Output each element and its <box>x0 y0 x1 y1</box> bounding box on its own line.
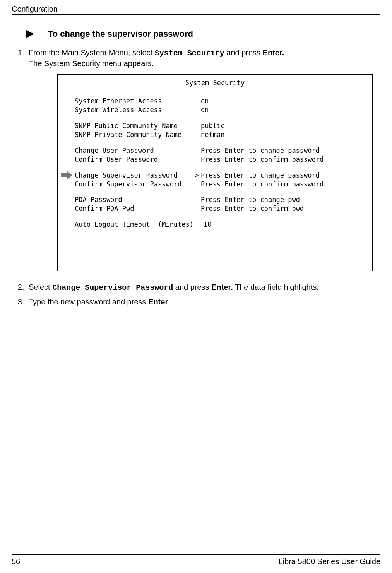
terminal-arrow <box>191 97 201 106</box>
terminal-value: Press Enter to confirm pwd <box>201 204 366 213</box>
terminal-row: System Wireless Accesson <box>75 106 366 115</box>
step-2-ui: Enter. <box>211 283 233 291</box>
terminal-value: Press Enter to change password <box>201 146 366 155</box>
terminal-value: netman <box>201 130 366 139</box>
steps-list: From the Main System Menu, select System… <box>15 48 380 307</box>
terminal-arrow <box>191 106 201 115</box>
terminal-arrow <box>191 204 201 213</box>
step-3-text-a: Type the new password and press <box>29 298 148 306</box>
terminal-label: Change User Password <box>75 146 191 155</box>
terminal-row: Confirm PDA PwdPress Enter to confirm pw… <box>75 204 366 213</box>
step-3: Type the new password and press Enter. <box>26 297 380 307</box>
terminal-row: Confirm User PasswordPress Enter to conf… <box>75 155 366 164</box>
terminal-value: 10 <box>204 220 366 229</box>
terminal-row: System Ethernet Accesson <box>75 97 366 106</box>
terminal-value: on <box>201 97 366 106</box>
terminal-row: Change Supervisor Password->Press Enter … <box>75 171 366 180</box>
terminal-block-0: System Ethernet Accesson System Wireless… <box>75 97 366 115</box>
terminal-arrow <box>193 220 204 229</box>
task-heading-row: To change the supervisor password <box>26 29 380 39</box>
terminal-label: SNMP Public Community Name <box>75 121 191 130</box>
step-1-text-c: The System Security menu appears. <box>29 59 154 68</box>
terminal-value: on <box>201 106 366 115</box>
step-2-text-a: Select <box>29 283 52 291</box>
step-2-code: Change Supervisor Password <box>52 283 173 292</box>
terminal-value: Press Enter to change pwd <box>201 195 366 204</box>
step-1-code: System Security <box>155 49 224 58</box>
terminal-label: SNMP Private Community Name <box>75 130 191 139</box>
terminal-label: System Wireless Access <box>75 106 191 115</box>
terminal-arrow: -> <box>191 171 201 180</box>
terminal-arrow <box>191 130 201 139</box>
terminal-label: Confirm PDA Pwd <box>75 204 191 213</box>
terminal-row: Confirm Supervisor PasswordPress Enter t… <box>75 180 366 189</box>
step-3-text-b: . <box>168 298 170 306</box>
terminal-label: Auto Logout Timeout (Minutes) <box>75 220 193 229</box>
terminal-arrow <box>191 180 201 189</box>
footer-rule <box>12 554 380 555</box>
running-header: Configuration <box>12 5 380 14</box>
terminal-row: SNMP Private Community Namenetman <box>75 130 366 139</box>
terminal-arrow <box>191 121 201 130</box>
terminal-row: Change User PasswordPress Enter to chang… <box>75 146 366 155</box>
pointer-arrow-icon <box>61 171 72 180</box>
header-rule <box>12 14 380 15</box>
task-title: To change the supervisor password <box>48 29 193 39</box>
page-number: 56 <box>12 557 20 566</box>
terminal-label: Change Supervisor Password <box>75 171 191 180</box>
terminal-arrow <box>191 146 201 155</box>
step-2-text-b: and press <box>173 283 211 291</box>
step-1-text-a: From the Main System Menu, select <box>29 48 155 57</box>
terminal-row: SNMP Public Community Namepublic <box>75 121 366 130</box>
terminal-label: System Ethernet Access <box>75 97 191 106</box>
terminal-block-2: Change User PasswordPress Enter to chang… <box>75 146 366 164</box>
terminal-value: Press Enter to confirm password <box>201 155 366 164</box>
step-2-text-c: The data field highlights. <box>233 283 319 291</box>
terminal-label: Confirm Supervisor Password <box>75 180 191 189</box>
doc-title: Libra 5800 Series User Guide <box>279 557 380 566</box>
step-1-ui: Enter. <box>263 48 284 57</box>
step-2: Select Change Supervisor Password and pr… <box>26 282 380 293</box>
terminal-row: PDA PasswordPress Enter to change pwd <box>75 195 366 204</box>
page-footer: 56 Libra 5800 Series User Guide <box>12 554 380 566</box>
terminal-arrow <box>191 155 201 164</box>
terminal-value: public <box>201 121 366 130</box>
terminal-label: Confirm User Password <box>75 155 191 164</box>
step-1-text-b: and press <box>224 48 263 57</box>
step-3-ui: Enter <box>148 298 168 306</box>
terminal-block-5: Auto Logout Timeout (Minutes)10 <box>75 220 366 229</box>
procedure-wedge-icon <box>26 30 34 38</box>
terminal-block-1: SNMP Public Community Namepublic SNMP Pr… <box>75 121 366 139</box>
terminal-screenshot: System Security System Ethernet Accesson… <box>57 74 373 271</box>
terminal-block-4: PDA PasswordPress Enter to change pwd Co… <box>75 195 366 213</box>
terminal-value: Press Enter to change password <box>201 171 366 180</box>
terminal-label: PDA Password <box>75 195 191 204</box>
terminal-value: Press Enter to confirm password <box>201 180 366 189</box>
terminal-title: System Security <box>64 79 366 87</box>
svg-marker-0 <box>61 171 72 180</box>
terminal-arrow <box>191 195 201 204</box>
terminal-row: Auto Logout Timeout (Minutes)10 <box>75 220 366 229</box>
terminal-block-3: Change Supervisor Password->Press Enter … <box>62 171 366 189</box>
step-1: From the Main System Menu, select System… <box>26 48 380 271</box>
